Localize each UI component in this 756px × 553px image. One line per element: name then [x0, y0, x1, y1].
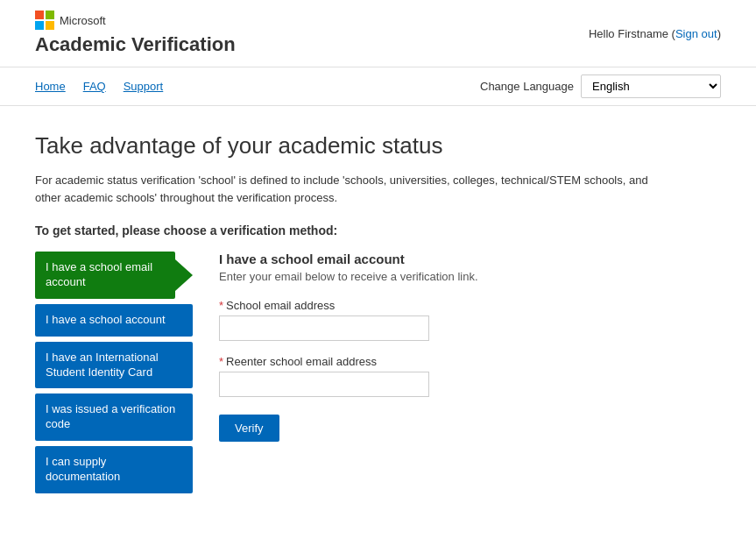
method-form: I have a school email account Enter your… [219, 252, 718, 442]
company-name: Microsoft [60, 14, 106, 27]
verify-button[interactable]: Verify [219, 415, 279, 442]
header-left: Microsoft Academic Verification [35, 11, 236, 56]
active-method-wrapper: I have a school email account [35, 252, 193, 299]
school-email-group: *School email address [219, 299, 718, 341]
greeting-text: Hello Firstname [589, 27, 668, 40]
language-section: Change Language English Spanish French G… [480, 74, 721, 98]
signout-link[interactable]: Sign out [675, 27, 717, 40]
school-email-label: *School email address [219, 299, 718, 312]
method-btn-isic[interactable]: I have an International Student Identity… [35, 342, 193, 389]
method-btn-verification-code[interactable]: I was issued a verification code [35, 393, 193, 441]
change-language-label: Change Language [480, 80, 574, 93]
page-title: Take advantage of your academic status [35, 132, 718, 160]
nav-faq[interactable]: FAQ [83, 80, 106, 93]
page-title-header: Academic Verification [35, 33, 236, 56]
description-text: For academic status verification 'school… [35, 172, 648, 206]
school-email-input[interactable] [219, 315, 429, 341]
reenter-email-label: *Reenter school email address [219, 355, 718, 368]
main-content: Take advantage of your academic status F… [0, 106, 753, 520]
user-greeting: Hello Firstname (Sign out) [589, 27, 721, 40]
method-btn-school-email[interactable]: I have a school email account [35, 252, 175, 299]
form-subtitle: Enter your email below to receive a veri… [219, 270, 718, 283]
required-star-1: * [219, 299, 223, 312]
microsoft-logo: Microsoft [35, 11, 236, 30]
required-star-2: * [219, 355, 223, 368]
nav-bar: Home FAQ Support Change Language English… [0, 67, 756, 106]
form-title: I have a school email account [219, 252, 718, 266]
nav-links: Home FAQ Support [35, 80, 163, 93]
active-arrow [175, 259, 193, 291]
header: Microsoft Academic Verification Hello Fi… [0, 0, 756, 67]
ms-grid-icon [35, 11, 54, 30]
reenter-email-group: *Reenter school email address [219, 355, 718, 397]
language-select[interactable]: English Spanish French German [581, 74, 721, 98]
method-buttons: I have a school email account I have a s… [35, 252, 193, 493]
nav-home[interactable]: Home [35, 80, 66, 93]
reenter-email-input[interactable] [219, 372, 429, 397]
method-btn-school-account[interactable]: I have a school account [35, 304, 193, 337]
choose-method-label: To get started, please choose a verifica… [35, 223, 718, 238]
nav-support[interactable]: Support [124, 80, 164, 93]
method-layout: I have a school email account I have a s… [35, 252, 718, 493]
method-btn-documentation[interactable]: I can supply documentation [35, 446, 193, 493]
